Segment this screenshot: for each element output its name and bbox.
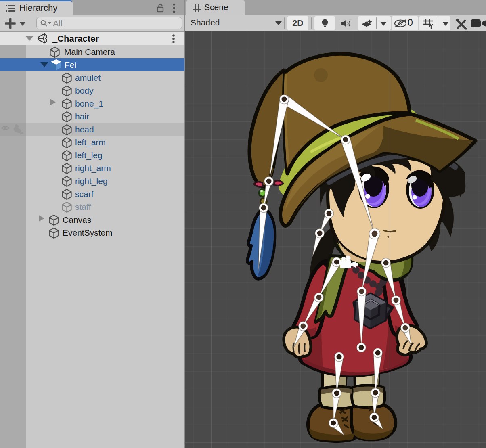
svg-text:scarf: scarf xyxy=(75,189,94,199)
svg-text:right_leg: right_leg xyxy=(75,176,108,186)
svg-text:Fei: Fei xyxy=(65,60,76,69)
svg-text:staff: staff xyxy=(75,202,91,211)
svg-text:right_arm: right_arm xyxy=(75,163,111,173)
svg-text:head: head xyxy=(75,125,94,134)
svg-text:left_leg: left_leg xyxy=(75,151,103,160)
svg-text:_Character: _Character xyxy=(52,33,99,44)
svg-text:EventSystem: EventSystem xyxy=(63,228,113,237)
svg-text:body: body xyxy=(75,86,94,95)
svg-text:Main Camera: Main Camera xyxy=(64,47,115,57)
svg-text:left_arm: left_arm xyxy=(75,138,106,147)
svg-text:bone_1: bone_1 xyxy=(75,99,103,109)
svg-text:hair: hair xyxy=(75,112,89,121)
svg-text:amulet: amulet xyxy=(75,73,101,82)
svg-text:Canvas: Canvas xyxy=(63,215,91,224)
